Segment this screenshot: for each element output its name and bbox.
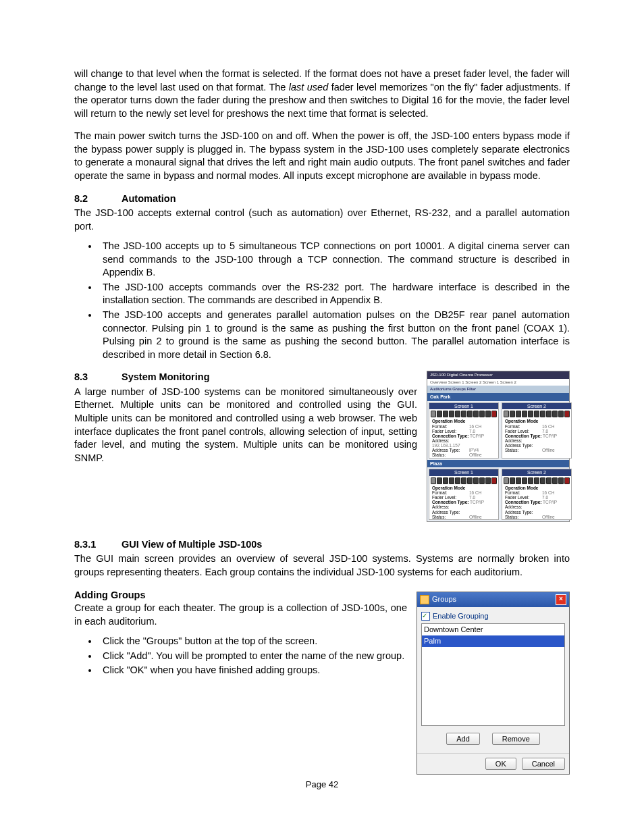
label: Status: xyxy=(432,515,469,519)
fig1-screen-title: Screen 1 xyxy=(429,469,498,476)
value: 16 CH xyxy=(469,424,481,429)
remove-button[interactable]: Remove xyxy=(492,733,540,745)
list-item[interactable]: Palm xyxy=(422,635,564,647)
fig1-screen-panel: Screen 2 Operation Mode Format:16 CH Fad… xyxy=(502,402,572,459)
value: 7.0 xyxy=(469,495,475,500)
dialog-titlebar: Groups × xyxy=(417,592,569,607)
body-paragraph: The GUI main screen provides an overview… xyxy=(74,552,570,579)
list-item: The JSD-100 accepts and generates parall… xyxy=(99,309,570,361)
close-icon[interactable]: × xyxy=(556,594,566,605)
fig1-window-title: JSD-100 Digital Cinema Processor xyxy=(427,371,569,379)
label: Connection Type: xyxy=(432,434,468,438)
list-item: The JSD-100 accepts up to 5 simultaneous… xyxy=(99,240,570,280)
heading-title: GUI View of Multiple JSD-100s xyxy=(122,539,262,550)
heading-number: 8.3.1 xyxy=(74,538,122,552)
fig1-screen-panel: Screen 2 Operation Mode Format:16 CH Fad… xyxy=(502,469,572,520)
value: Offline xyxy=(542,515,555,519)
label: Address: xyxy=(505,504,542,509)
value: TCP/IP xyxy=(543,434,557,438)
value: 16 CH xyxy=(542,424,554,429)
label: Connection Type: xyxy=(505,434,541,438)
label: Format: xyxy=(432,424,469,429)
groups-dialog-figure: Groups × Enable Grouping Downtown Center… xyxy=(417,592,570,775)
value: 16 CH xyxy=(469,490,481,495)
heading-title: Automation xyxy=(122,193,176,204)
page-footer: Page 42 xyxy=(74,779,570,791)
value: TCP/IP xyxy=(543,500,557,504)
label: Format: xyxy=(505,424,542,429)
label: Address Type: xyxy=(432,510,469,515)
label: Operation Mode xyxy=(432,419,465,423)
fig1-toolbar: Auditoriums Groups Filter xyxy=(427,386,569,393)
label: Fader Level: xyxy=(432,495,469,500)
bullet-list: The JSD-100 accepts up to 5 simultaneous… xyxy=(74,240,570,361)
bullet-list: Click the "Groups" button at the top of … xyxy=(74,635,423,677)
label: Fader Level: xyxy=(505,495,542,500)
cancel-button[interactable]: Cancel xyxy=(522,758,565,770)
ok-button[interactable]: OK xyxy=(485,758,516,770)
label: Operation Mode xyxy=(505,486,538,490)
label: Connection Type: xyxy=(505,500,541,504)
fig1-format-buttons xyxy=(502,476,571,486)
heading-title: System Monitoring xyxy=(122,371,210,382)
fig1-format-buttons xyxy=(429,476,498,486)
label: Format: xyxy=(432,490,469,495)
list-item[interactable]: Downtown Center xyxy=(422,624,564,635)
heading-number: 8.2 xyxy=(74,192,122,206)
fig1-tabs: Overview Screen 1 Screen 2 Screen 1 Scre… xyxy=(427,379,569,386)
value: Offline xyxy=(469,452,482,457)
fig1-screen-panel: Screen 1 Operation Mode Format:16 CH Fad… xyxy=(429,469,499,520)
add-button[interactable]: Add xyxy=(446,733,480,745)
checkbox-label: Enable Grouping xyxy=(433,611,489,621)
value: TCP/IP xyxy=(470,434,484,438)
label: Connection Type: xyxy=(432,500,468,504)
label: Address: xyxy=(432,438,469,443)
label: Address Type: xyxy=(505,510,542,515)
list-item: Click "Add". You will be prompted to ent… xyxy=(99,650,423,663)
body-paragraph: will change to that level when the forma… xyxy=(74,68,570,120)
fig1-screen-panel: Screen 1 Operation Mode Format:16 CH Fad… xyxy=(429,402,499,459)
list-item: The JSD-100 accepts commands over the RS… xyxy=(99,281,570,307)
fig1-screen-title: Screen 1 xyxy=(429,403,498,410)
label: Address Type: xyxy=(432,448,469,452)
label: Status: xyxy=(505,448,542,452)
label: Address Type: xyxy=(505,443,542,448)
label: Status: xyxy=(505,515,542,519)
list-item: Click "OK" when you have finished adding… xyxy=(99,664,423,677)
fig1-group-header: Plaza xyxy=(427,460,569,468)
label: Fader Level: xyxy=(432,429,469,434)
value: 16 CH xyxy=(542,490,554,495)
fig1-group-header: Oak Park xyxy=(427,393,569,401)
gui-overview-figure: JSD-100 Digital Cinema Processor Overvie… xyxy=(427,371,570,522)
label: Fader Level: xyxy=(505,429,542,434)
label: Operation Mode xyxy=(505,419,538,423)
label: Address: xyxy=(432,504,469,509)
value: TCP/IP xyxy=(470,500,484,504)
checkbox-icon xyxy=(421,612,430,621)
value: 192.168.1.157 xyxy=(432,443,460,448)
dialog-title: Groups xyxy=(432,594,456,604)
fig1-screen-title: Screen 2 xyxy=(502,469,571,476)
enable-grouping-checkbox[interactable]: Enable Grouping xyxy=(421,611,565,621)
fig1-format-buttons xyxy=(502,409,571,419)
label: Status: xyxy=(432,452,469,457)
fig1-screen-title: Screen 2 xyxy=(502,403,571,410)
fig1-format-buttons xyxy=(429,409,498,419)
heading-number: 8.3 xyxy=(74,371,122,384)
groups-icon xyxy=(420,595,429,604)
groups-listbox[interactable]: Downtown Center Palm xyxy=(421,623,565,726)
label: Address: xyxy=(505,438,542,443)
value: Offline xyxy=(469,515,482,519)
section-heading: 8.2Automation xyxy=(74,192,570,206)
value: 7.0 xyxy=(542,495,548,500)
label: Operation Mode xyxy=(432,486,465,490)
label: Format: xyxy=(505,490,542,495)
text-italic: last used xyxy=(289,82,328,93)
subsection-heading: 8.3.1GUI View of Multiple JSD-100s xyxy=(74,538,570,552)
value: 7.0 xyxy=(469,429,475,434)
value: Offline xyxy=(542,448,555,452)
body-paragraph: The JSD-100 accepts external control (su… xyxy=(74,207,570,233)
value: 7.0 xyxy=(542,429,548,434)
list-item: Click the "Groups" button at the top of … xyxy=(99,635,423,648)
value: IPV4 xyxy=(469,448,479,452)
